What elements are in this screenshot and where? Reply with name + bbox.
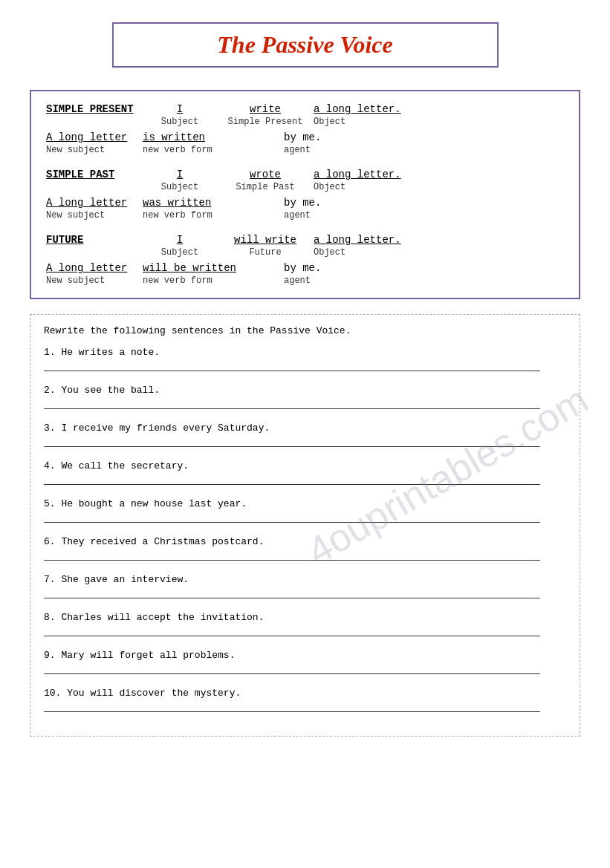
fut-passive-row: A long letter will be written by me.	[46, 262, 564, 274]
simple-past-active-row: SIMPLE PAST I wrote a long letter.	[46, 169, 564, 180]
list-item: 10. You will discover the mystery.	[44, 688, 566, 712]
fut-object: a long letter.	[314, 234, 410, 246]
exercise-sentence: 5. He bought a new house last year.	[44, 498, 566, 509]
spt-passive-subject: A long letter	[46, 197, 143, 209]
simple-present-label: SIMPLE PRESENT	[46, 103, 143, 115]
sp-subject-label: Subject	[143, 117, 217, 127]
sp-passive-agent: by me.	[262, 131, 336, 143]
fut-passive-verb-form-label: new verb form	[143, 275, 262, 286]
spt-passive-agent: by me.	[262, 197, 336, 209]
list-item: 7. She gave an interview.	[44, 574, 566, 598]
list-item: 8. Charles will accept the invitation.	[44, 612, 566, 636]
list-item: 5. He bought a new house last year.	[44, 498, 566, 523]
fut-subject: I	[143, 234, 217, 246]
sp-passive-verb-form-label: new verb form	[143, 145, 262, 155]
grammar-box: SIMPLE PRESENT I write a long letter. Su…	[30, 90, 580, 299]
sp-passive-subject: A long letter	[46, 131, 143, 143]
sp-passive-labels-row: New subject new verb form agent	[46, 145, 564, 155]
answer-line[interactable]	[44, 588, 540, 598]
spt-passive-new-subject-label: New subject	[46, 210, 143, 221]
answer-line[interactable]	[44, 702, 540, 712]
simple-present-section: SIMPLE PRESENT I write a long letter. Su…	[46, 103, 564, 155]
spt-passive-row: A long letter was written by me.	[46, 197, 564, 209]
exercise-sentence: 9. Mary will forget all problems.	[44, 650, 566, 661]
future-label: FUTURE	[46, 234, 143, 246]
fut-passive-new-subject-label: New subject	[46, 275, 143, 286]
answer-line[interactable]	[44, 512, 540, 523]
spt-subject: I	[143, 169, 217, 180]
fut-object-label: Object	[314, 247, 410, 258]
simple-past-section: SIMPLE PAST I wrote a long letter. Subje…	[46, 169, 564, 221]
answer-line[interactable]	[44, 474, 540, 485]
sp-passive-row: A long letter is written by me.	[46, 131, 564, 143]
exercise-sentence: 6. They received a Christmas postcard.	[44, 536, 566, 547]
answer-line[interactable]	[44, 664, 540, 674]
sp-verb-label: Simple Present	[217, 117, 314, 127]
sp-verb: write	[217, 103, 314, 115]
answer-line[interactable]	[44, 361, 540, 371]
spt-object-label: Object	[314, 182, 410, 192]
exercise-sentence: 4. We call the secretary.	[44, 460, 566, 471]
fut-labels-row: Subject Future Object	[46, 247, 564, 258]
list-item: 9. Mary will forget all problems.	[44, 650, 566, 674]
fut-passive-labels-row: New subject new verb form agent	[46, 275, 564, 286]
answer-line[interactable]	[44, 626, 540, 636]
exercise-sentence: 1. He writes a note.	[44, 347, 566, 358]
list-item: 6. They received a Christmas postcard.	[44, 536, 566, 561]
sp-subject: I	[143, 103, 217, 115]
answer-line[interactable]	[44, 437, 540, 447]
fut-subject-label: Subject	[143, 247, 217, 258]
spt-passive-labels-row: New subject new verb form agent	[46, 210, 564, 221]
spt-verb: wrote	[217, 169, 314, 180]
sp-labels-row: Subject Simple Present Object	[46, 117, 564, 127]
fut-passive-verb: will be written	[143, 262, 262, 274]
title-box: The Passive Voice	[112, 22, 499, 68]
list-item: 3. I receive my friends every Saturday.	[44, 422, 566, 447]
exercise-sentence: 8. Charles will accept the invitation.	[44, 612, 566, 623]
sp-passive-agent-label: agent	[262, 145, 336, 155]
fut-verb-label: Future	[217, 247, 314, 258]
fut-passive-subject: A long letter	[46, 262, 143, 274]
page-title: The Passive Voice	[217, 31, 392, 59]
list-item: 2. You see the ball.	[44, 385, 566, 409]
spt-object: a long letter.	[314, 169, 410, 180]
spt-passive-verb: was written	[143, 197, 262, 209]
exercise-list: 1. He writes a note. 2. You see the ball…	[44, 347, 566, 712]
spt-labels-row: Subject Simple Past Object	[46, 182, 564, 192]
sp-object-label: Object	[314, 117, 410, 127]
fut-verb: will write	[217, 234, 314, 246]
spt-subject-label: Subject	[143, 182, 217, 192]
answer-line[interactable]	[44, 550, 540, 561]
future-section: FUTURE I will write a long letter. Subje…	[46, 234, 564, 286]
list-item: 1. He writes a note.	[44, 347, 566, 371]
exercise-sentence: 2. You see the ball.	[44, 385, 566, 396]
fut-passive-agent: by me.	[262, 262, 336, 274]
future-active-row: FUTURE I will write a long letter.	[46, 234, 564, 246]
exercise-sentence: 7. She gave an interview.	[44, 574, 566, 585]
answer-line[interactable]	[44, 399, 540, 409]
list-item: 4. We call the secretary.	[44, 460, 566, 485]
exercise-sentence: 3. I receive my friends every Saturday.	[44, 422, 566, 434]
sp-passive-verb: is written	[143, 131, 262, 143]
simple-present-active-row: SIMPLE PRESENT I write a long letter.	[46, 103, 564, 115]
fut-passive-agent-label: agent	[262, 275, 336, 286]
simple-past-label: SIMPLE PAST	[46, 169, 143, 180]
exercise-instruction: Rewrite the following sentences in the P…	[44, 325, 566, 336]
spt-passive-agent-label: agent	[262, 210, 336, 221]
exercises-box: Rewrite the following sentences in the P…	[30, 314, 580, 737]
sp-passive-new-subject-label: New subject	[46, 145, 143, 155]
spt-passive-verb-form-label: new verb form	[143, 210, 262, 221]
spt-verb-label: Simple Past	[217, 182, 314, 192]
sp-object: a long letter.	[314, 103, 410, 115]
exercise-sentence: 10. You will discover the mystery.	[44, 688, 566, 699]
